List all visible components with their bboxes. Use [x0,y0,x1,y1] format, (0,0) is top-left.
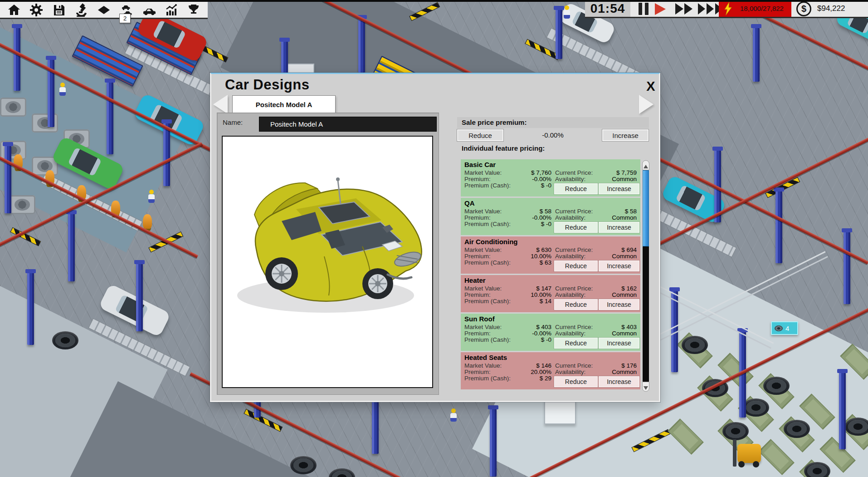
tire-count: 4 [785,325,789,332]
availability-label: Availability: [555,253,585,260]
worker [563,5,571,19]
tab-positech-model-a[interactable]: Positech Model A [232,95,336,113]
premium-cash-label: Premium (Cash): [464,336,511,343]
current-price-label: Current Price: [555,246,593,253]
premium-cash-value: $ 14 [511,298,551,305]
feature-reduce-button[interactable]: Reduce [554,299,598,310]
feature-card-heated-seats: Heated Seats Market Value:$ 146 Premium:… [461,352,640,389]
vehicles-button[interactable] [140,2,158,18]
feature-card-heater: Heater Market Value:$ 147 Premium:10.00%… [461,275,640,312]
gantry-pillar [753,27,760,82]
gantry-pillar [136,263,143,331]
scroll-up-button[interactable] [642,160,649,170]
power-value: 18,000/27,822 [732,5,791,12]
premium-label: Premium: [464,176,491,182]
previous-design-arrow[interactable] [213,95,228,114]
power-indicator: 18,000/27,822 [719,0,791,17]
availability-label: Availability: [555,369,585,375]
feature-reduce-button[interactable]: Reduce [554,222,598,233]
premium-cash-label: Premium (Cash): [464,221,511,227]
feature-reduce-button[interactable]: Reduce [554,338,598,349]
diamond-icon [97,3,111,17]
close-button[interactable]: X [641,78,660,95]
gantry-pillar [671,290,678,372]
sale-premium-reduce-button[interactable]: Reduce [457,129,503,141]
premium-label: Premium: [464,214,491,221]
premium-label: Premium: [464,369,491,375]
gantry-pillar [68,213,75,281]
current-price-value: $ 58 [591,208,637,215]
premium-cash-label: Premium (Cash): [464,259,511,266]
feature-increase-button[interactable]: Increase [599,338,639,349]
tire-stack [329,468,355,477]
feature-card-sun-roof: Sun Roof Market Value:$ 403 Premium:-0.0… [461,314,640,351]
save-button[interactable] [50,2,68,18]
feature-card-air-conditioning: Air Conditioning Market Value:$ 630 Prem… [461,236,640,274]
feature-increase-button[interactable]: Increase [599,183,639,194]
premium-value: -0.00% [511,214,551,221]
robot-arm [143,214,152,229]
premium-value: -0.00% [511,330,551,337]
current-price-value: $ 7,759 [591,169,637,176]
pause-button[interactable] [636,3,651,15]
fast-forward-button[interactable] [674,3,695,15]
scrollbar-thumb[interactable] [643,170,649,246]
market-value-label: Market Value: [464,169,502,176]
sale-premium-increase-button[interactable]: Increase [602,129,649,141]
status-bar: 01:54 18,000/27,822 $ $94,222 [585,0,868,18]
premium-label: Premium: [464,291,491,298]
gantry-pillar [556,9,562,59]
worker [59,83,66,96]
gear-icon [29,3,43,17]
feature-name: Basic Car [464,161,496,168]
tire-stack [743,398,769,417]
home-button[interactable] [5,2,23,18]
availability-label: Availability: [555,291,585,298]
gantry-pillar [490,408,497,477]
market-value-label: Market Value: [464,285,502,292]
tire-stack [52,331,78,349]
hazard-stripe [525,39,560,60]
play-button[interactable] [655,3,669,15]
feature-increase-button[interactable]: Increase [599,299,639,310]
name-input[interactable] [259,117,437,132]
stats-button[interactable] [162,2,180,18]
showroom-button[interactable] [95,2,113,18]
achievements-button[interactable] [185,2,203,18]
scrollbar-track[interactable] [643,170,649,382]
research-button[interactable] [72,2,90,18]
feature-pricing-header: Individual feature pricing: [462,144,545,152]
money-value: $94,222 [817,0,845,17]
scroll-down-button[interactable] [642,382,649,392]
premium-cash-label: Premium (Cash): [464,375,511,382]
current-price-label: Current Price: [555,285,593,292]
floppy-disk-icon [52,3,66,17]
sale-premium-value: -0.00% [503,129,602,141]
current-price-value: $ 176 [591,362,637,369]
hazard-stripe [244,409,283,432]
availability-value: Common [591,253,637,260]
next-design-arrow[interactable] [639,95,653,114]
feature-increase-button[interactable]: Increase [599,261,639,271]
feature-increase-button[interactable]: Increase [599,222,639,233]
feature-scrollbar[interactable] [642,160,649,392]
feature-reduce-button[interactable]: Reduce [554,376,598,387]
feature-reduce-button[interactable]: Reduce [554,183,598,194]
market-value-label: Market Value: [464,246,502,253]
settings-button[interactable] [27,2,45,18]
worker [148,190,155,203]
tire-stack [722,422,749,440]
feature-name: Heated Seats [464,354,507,361]
car-illustration [228,160,428,324]
market-value-label: Market Value: [464,362,502,369]
premium-value: 20.00% [511,369,551,375]
dialog-title: Car Designs [225,77,309,93]
feature-name: Heater [464,276,486,284]
feature-increase-button[interactable]: Increase [599,376,639,387]
market-value: $ 147 [511,285,551,292]
feature-reduce-button[interactable]: Reduce [554,261,598,271]
gantry-pillar [358,18,365,73]
feature-name: QA [464,199,475,207]
car-icon [142,3,156,17]
pause-icon [645,3,649,15]
